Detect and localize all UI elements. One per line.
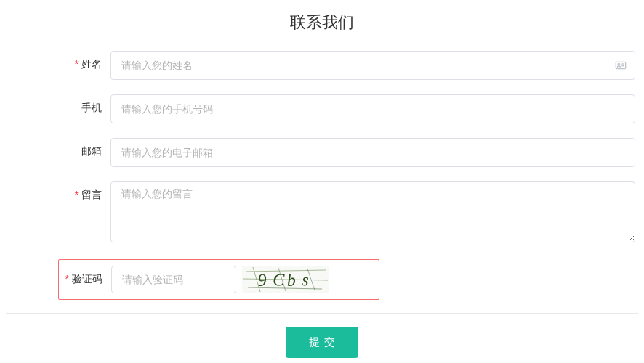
- email-input[interactable]: [110, 138, 635, 167]
- page-title: 联系我们: [3, 6, 641, 33]
- submit-button[interactable]: 提交: [286, 327, 358, 358]
- name-row: *姓名: [3, 51, 641, 80]
- name-input-wrap: [110, 51, 641, 80]
- email-input-wrap: [110, 138, 641, 167]
- phone-row: 手机: [3, 94, 641, 123]
- message-label: *留言: [3, 182, 110, 202]
- required-marker: *: [65, 273, 69, 285]
- captcha-label: *验证码: [59, 273, 111, 286]
- contact-form-container: 联系我们 *姓名 手机: [0, 0, 644, 363]
- phone-input-wrap: [110, 94, 641, 123]
- svg-point-1: [618, 63, 620, 65]
- name-label: *姓名: [3, 51, 110, 71]
- required-marker: *: [75, 189, 79, 200]
- svg-text:s: s: [302, 270, 310, 289]
- captcha-input[interactable]: [111, 266, 236, 293]
- divider: [6, 313, 638, 314]
- name-input[interactable]: [110, 51, 635, 80]
- id-card-icon: [615, 60, 627, 71]
- message-textarea[interactable]: [110, 182, 635, 242]
- captcha-image[interactable]: 9 C b s: [242, 266, 329, 293]
- svg-text:9: 9: [257, 270, 267, 290]
- submit-row: 提交: [3, 327, 641, 358]
- svg-text:b: b: [286, 271, 296, 290]
- message-input-wrap: [110, 182, 641, 245]
- captcha-row: *验证码 9 C b: [58, 259, 379, 300]
- required-marker: *: [75, 58, 79, 70]
- email-label: 邮箱: [3, 138, 110, 158]
- svg-text:C: C: [273, 270, 286, 290]
- phone-input[interactable]: [110, 94, 635, 123]
- message-row: *留言: [3, 182, 641, 245]
- email-row: 邮箱: [3, 138, 641, 167]
- svg-rect-0: [616, 62, 625, 68]
- phone-label: 手机: [3, 94, 110, 115]
